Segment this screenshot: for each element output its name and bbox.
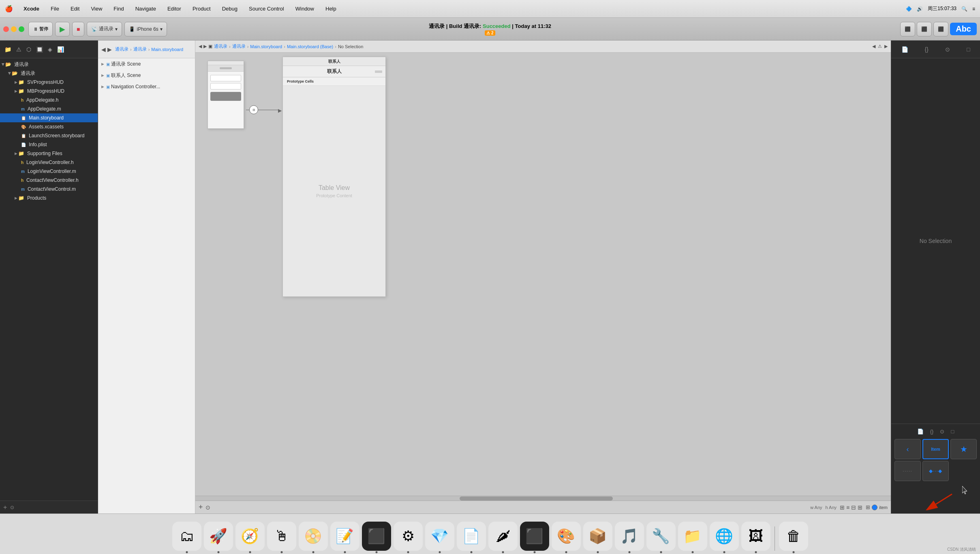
menu-source-control[interactable]: Source Control <box>246 5 287 13</box>
dock-app-folder[interactable]: 📁 <box>678 522 707 551</box>
inspector-toggle[interactable]: ⬛ <box>933 22 948 36</box>
dock-app-console[interactable]: ⬛ <box>520 522 549 551</box>
scene-breadcrumb-2[interactable]: 通讯录 <box>133 46 147 52</box>
canvas-next-btn[interactable]: ▶ <box>884 44 888 49</box>
warning-badge[interactable]: ⚠ 2 <box>485 30 495 36</box>
bc-tongxunlu-2[interactable]: 通讯录 <box>232 43 246 49</box>
stop-button[interactable]: ■ <box>72 22 84 36</box>
nav-supporting-files-item[interactable]: ▶ 📁 Supporting Files <box>0 149 98 158</box>
scene-breadcrumb-1[interactable]: 通讯录 <box>115 46 128 52</box>
nav-info-plist-item[interactable]: 📄 Info.plist <box>0 140 98 149</box>
dock-app-terminal[interactable]: ⬛ <box>362 522 391 551</box>
menu-xcode[interactable]: Xcode <box>21 5 42 13</box>
dock-app-tools[interactable]: 🔧 <box>646 522 676 551</box>
bc-main-storyboard-base[interactable]: Main.storyboard (Base) <box>287 44 333 49</box>
nav-appdelegate-h-item[interactable]: h AppDelegate.h <box>0 96 98 104</box>
dock-app-browser[interactable]: 🌐 <box>710 522 739 551</box>
obj-tab-code[interactable]: {} <box>928 427 936 436</box>
dock-app-sketch[interactable]: 💎 <box>425 522 454 551</box>
grid-view-btn[interactable]: ⊞ <box>840 504 845 511</box>
navbar-item-item[interactable]: Item <box>922 439 949 459</box>
nav-loginvc-h-item[interactable]: h LoginViewController.h <box>0 158 98 167</box>
nav-group-item[interactable]: ▶ 📂 通讯录 <box>0 69 98 78</box>
menu-icon[interactable]: ≡ <box>972 6 975 12</box>
list-view-btn[interactable]: ≡ <box>846 504 849 511</box>
dock-app-dvd[interactable]: 📀 <box>299 522 328 551</box>
canvas-scrollbar[interactable] <box>195 496 891 501</box>
nav-loginvc-m-item[interactable]: m LoginViewController.m <box>0 167 98 176</box>
login-view-controller[interactable] <box>208 61 244 129</box>
dock-app-launchpad[interactable]: 🚀 <box>204 522 233 551</box>
maximize-window-btn[interactable] <box>19 26 24 32</box>
dock-app-script[interactable]: 📝 <box>330 522 359 551</box>
grid-layout-btn[interactable]: ⊞ <box>866 504 870 510</box>
contacts-view-controller[interactable]: 联系人 联系人 Prototype Cells Table View Proto… <box>282 57 386 297</box>
nav-appdelegate-m-item[interactable]: m AppDelegate.m <box>0 104 98 113</box>
warning-nav-icon[interactable]: ⚠ <box>15 45 23 54</box>
login-button[interactable] <box>210 92 241 101</box>
nav-contactvc-h-item[interactable]: h ContactViewController.h <box>0 176 98 185</box>
menu-window[interactable]: Window <box>293 5 317 13</box>
navbar-item-dots[interactable]: ····· <box>894 461 921 481</box>
inspector-tab-identity[interactable]: ⊙ <box>942 45 953 54</box>
nav-products-item[interactable]: ▶ 📁 Products <box>0 194 98 202</box>
menu-find[interactable]: Find <box>111 5 126 13</box>
inspector-tab-attributes[interactable]: □ <box>963 45 973 54</box>
canvas-prev-btn[interactable]: ◀ <box>872 44 875 49</box>
add-nav-btn[interactable]: + <box>3 504 7 511</box>
login-field-1[interactable] <box>210 75 241 81</box>
navbar-item-star[interactable]: ★ <box>950 439 977 459</box>
run-button[interactable]: ▶ <box>55 22 70 36</box>
dock-app-sysprefs[interactable]: ⚙ <box>394 522 423 551</box>
menu-edit[interactable]: Edit <box>68 5 82 13</box>
filter-nav-btn[interactable]: ⊙ <box>10 505 14 510</box>
debug-nav-icon[interactable]: 🔲 <box>35 45 44 54</box>
dock-app-finder[interactable]: 🗂 <box>172 522 201 551</box>
pause-button[interactable]: ⏸ 暂停 <box>28 22 53 36</box>
dock-app-pages[interactable]: 📄 <box>457 522 486 551</box>
bc-main-storyboard[interactable]: Main.storyboard <box>250 44 282 49</box>
obj-tab-rect[interactable]: □ <box>948 427 956 436</box>
nav-contactvc-m-item[interactable]: m ContactViewControl.m <box>0 185 98 194</box>
obj-tab-circle[interactable]: ⊙ <box>937 427 947 436</box>
dock-app-safari[interactable]: 🧭 <box>235 522 265 551</box>
close-window-btn[interactable] <box>3 26 9 32</box>
menu-file[interactable]: File <box>48 5 62 13</box>
segue-icon[interactable]: ⊞ <box>249 105 258 114</box>
menu-help[interactable]: Help <box>323 5 339 13</box>
test-nav-icon[interactable]: ⬡ <box>25 45 32 54</box>
scene-item-contacts[interactable]: ▶ ▣ 联系人 Scene <box>98 70 195 81</box>
scene-forward-btn[interactable]: ▶ <box>107 46 112 53</box>
obj-tab-file[interactable]: 📄 <box>915 427 926 436</box>
breakpoint-nav-icon[interactable]: ◈ <box>47 45 53 54</box>
search-icon[interactable]: 🔍 <box>961 6 967 12</box>
scrollbar-thumb[interactable] <box>460 496 613 501</box>
dock-app-app1[interactable]: 📦 <box>583 522 612 551</box>
device-selector[interactable]: 📱 iPhone 6s ▾ <box>124 22 167 36</box>
login-field-2[interactable] <box>210 83 241 89</box>
scene-back-btn[interactable]: ◀ <box>101 46 106 53</box>
minimize-window-btn[interactable] <box>11 26 17 32</box>
dock-app-trash[interactable]: 🗑 <box>779 522 808 551</box>
scheme-selector[interactable]: 📡 通讯录 ▾ <box>87 22 122 36</box>
apple-menu[interactable]: 🍎 <box>5 5 13 13</box>
nav-launch-storyboard-item[interactable]: 📋 LaunchScreen.storyboard <box>0 131 98 140</box>
dock-app-mouse[interactable]: 🖱 <box>267 522 296 551</box>
report-nav-icon[interactable]: 📊 <box>56 45 65 54</box>
navbar-item-back[interactable]: ‹ <box>894 439 921 459</box>
dock-app-colorful[interactable]: 🎨 <box>552 522 581 551</box>
detail-view-btn[interactable]: ⊟ <box>851 504 856 511</box>
bottom-add-btn[interactable]: + <box>199 503 203 511</box>
navbar-item-flexible[interactable]: ◆···◆ <box>922 461 949 481</box>
nav-svprogress-item[interactable]: ▶ 📁 SVProgressHUD <box>0 78 98 87</box>
nav-main-storyboard-item[interactable]: 📋 Main.storyboard <box>0 113 98 122</box>
canvas-forward-btn[interactable]: ▶ <box>203 44 207 49</box>
bc-tongxunlu-1[interactable]: 通讯录 <box>214 43 227 49</box>
canvas-back-btn[interactable]: ◀ <box>199 44 202 49</box>
folder-nav-icon[interactable]: 📁 <box>3 45 13 54</box>
nav-assets-item[interactable]: 🎨 Assets.xcassets <box>0 122 98 131</box>
nav-mbprogress-item[interactable]: ▶ 📁 MBProgressHUD <box>0 87 98 96</box>
scene-item-navcontroller[interactable]: ▶ ▣ Navigation Controller... <box>98 81 195 92</box>
nav-root-item[interactable]: ▶ 📂 通讯录 <box>0 60 98 69</box>
menu-editor[interactable]: Editor <box>165 5 184 13</box>
